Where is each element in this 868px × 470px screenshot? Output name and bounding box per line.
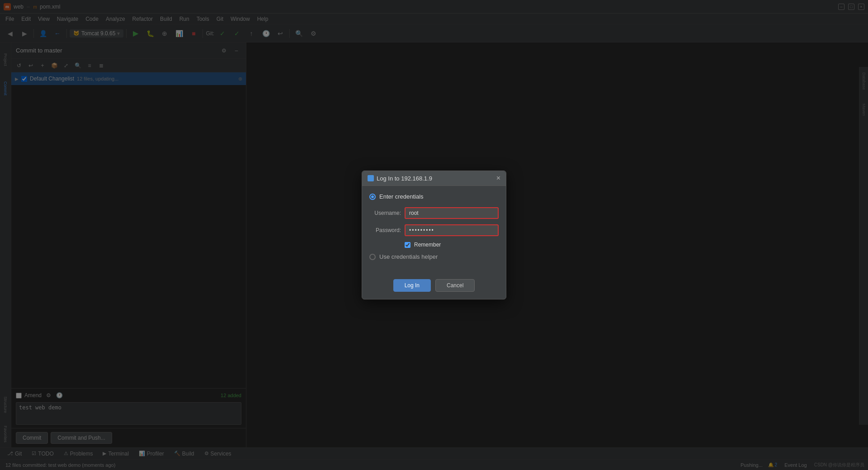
credentials-helper-radio[interactable]	[369, 254, 376, 260]
dialog-close-button[interactable]: ×	[496, 175, 500, 182]
enter-credentials-label: Enter credentials	[379, 193, 424, 200]
cancel-button[interactable]: Cancel	[435, 279, 475, 292]
password-input[interactable]	[405, 224, 499, 236]
dialog-title-bar: Log In to 192.168.1.9 ×	[362, 171, 506, 186]
login-dialog: Log In to 192.168.1.9 × Enter credential…	[362, 171, 506, 299]
dialog-body: Enter credentials Username: Password: Re…	[362, 186, 506, 275]
dialog-app-icon	[368, 175, 374, 181]
enter-credentials-radio[interactable]	[369, 194, 376, 200]
remember-row: Remember	[369, 242, 499, 248]
dialog-title-text: Log In to 192.168.1.9	[377, 175, 432, 182]
dialog-footer: Log In Cancel	[362, 275, 506, 299]
username-label: Username:	[369, 210, 401, 216]
remember-checkbox[interactable]	[405, 242, 410, 248]
modal-overlay: Log In to 192.168.1.9 × Enter credential…	[0, 0, 868, 470]
remember-label[interactable]: Remember	[414, 242, 441, 248]
dialog-title-content: Log In to 192.168.1.9	[368, 175, 432, 182]
username-row: Username:	[369, 207, 499, 219]
password-label: Password:	[369, 227, 401, 233]
credentials-helper-label: Use credentials helper	[379, 253, 438, 260]
use-credentials-helper-option[interactable]: Use credentials helper	[369, 253, 499, 260]
username-input[interactable]	[405, 207, 499, 219]
enter-credentials-option[interactable]: Enter credentials	[369, 193, 499, 200]
password-row: Password:	[369, 224, 499, 236]
login-button[interactable]: Log In	[393, 279, 431, 292]
